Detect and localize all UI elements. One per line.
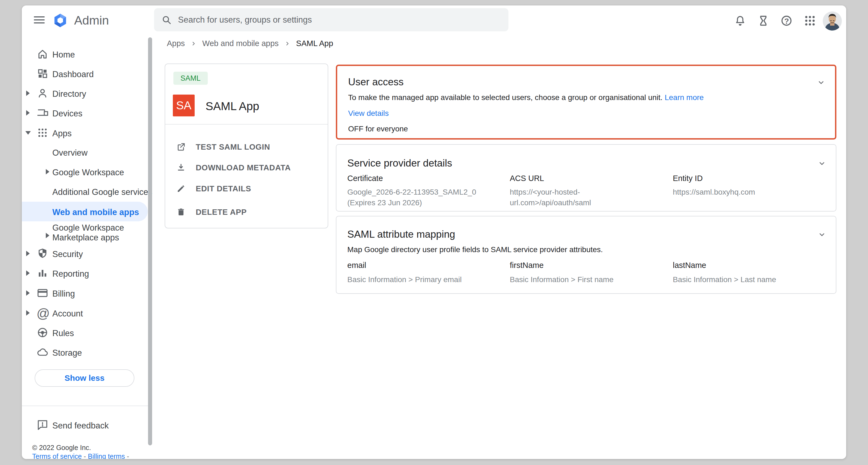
service-provider-details-card: Service provider details Certificate Goo… [336,144,836,212]
home-icon [36,48,49,60]
search-input[interactable] [178,15,478,25]
breadcrumb-item-current: SAML App [296,39,333,48]
google-apps-grid-icon[interactable] [804,14,817,28]
hamburger-menu-button[interactable] [34,17,45,24]
sidebar-item-label: Directory [52,89,86,99]
user-access-status: OFF for everyone [348,125,408,133]
chevron-down-icon[interactable] [817,159,827,168]
help-icon[interactable]: ? [780,14,793,28]
sidebar-item-home[interactable]: Home [22,44,147,64]
sidebar-item-directory[interactable]: Directory [22,84,147,103]
breadcrumb-separator-icon [284,40,290,47]
learn-more-link[interactable]: Learn more [664,93,704,102]
card-divider [165,124,328,125]
test-saml-login-button[interactable]: TEST SAML LOGIN [176,141,270,153]
billing-terms-link[interactable]: Billing terms [88,453,125,459]
sidebar-item-reporting[interactable]: Reporting [22,263,147,283]
show-less-button[interactable]: Show less [35,369,134,387]
app-summary-card: SAML SA SAML App TEST SAML LOGIN DOWNLOA… [165,63,328,228]
sidebar-item-billing[interactable]: Billing [22,283,147,303]
mapping-email: email Basic Information > Primary email [347,261,462,284]
action-label: TEST SAML LOGIN [196,143,270,152]
sidebar-scrollbar[interactable] [148,37,152,445]
app-title: SAML App [206,100,259,113]
bar-chart-icon [36,267,49,279]
sidebar-item-storage[interactable]: Storage [22,342,147,362]
terms-of-service-link[interactable]: Terms of service [32,453,82,459]
sidebar-item-overview[interactable]: Overview [22,142,147,162]
field-label: Entity ID [673,174,755,183]
devices-icon [36,107,49,119]
sidebar-item-additional-google-services[interactable]: Additional Google services [22,182,147,201]
field-value: https://saml.boxyhq.com [673,188,755,196]
footer-separator: - [125,453,129,459]
sidebar-item-devices[interactable]: Devices [22,103,147,123]
sidebar-item-label: Dashboard [52,69,94,79]
field-label: ACS URL [510,174,591,183]
expand-right-icon[interactable] [26,290,30,296]
expand-right-icon[interactable] [46,169,49,175]
global-search[interactable] [154,8,508,31]
attribute-name: email [347,261,462,270]
app-tile-initials: SA [173,95,195,116]
download-metadata-button[interactable]: DOWNLOAD METADATA [176,162,290,174]
sidebar-item-label: Home [52,50,75,60]
sidebar-item-label: Storage [52,348,82,358]
expand-right-icon[interactable] [26,110,30,116]
mapped-field: Basic Information > First name [510,275,613,284]
hamburger-bar [34,19,45,21]
sidebar-item-label: Apps [52,129,72,138]
collapse-down-icon[interactable] [25,131,31,135]
breadcrumb-separator-icon [190,40,197,47]
sidebar-item-rules[interactable]: Rules [22,323,147,342]
acs-url-field: ACS URL https://<your-hosted- url.com>/a… [510,174,591,207]
sidebar-item-dashboard[interactable]: Dashboard [22,64,147,84]
hamburger-bar [34,17,45,18]
notifications-bell-icon[interactable] [734,14,747,28]
credit-card-icon [36,287,49,299]
footer-copyright: © 2022 Google Inc. [32,444,91,452]
view-details-link[interactable]: View details [348,109,389,118]
sidebar-item-apps[interactable]: Apps [22,123,147,143]
sidebar-divider [22,406,149,406]
sidebar-item-label: Overview [52,148,88,158]
delete-app-button[interactable]: DELETE APP [176,206,247,218]
feedback-icon [36,419,49,431]
breadcrumb-item-web-and-mobile-apps[interactable]: Web and mobile apps [202,39,279,48]
footer-separator: - [82,453,88,459]
saml-attribute-mapping-card: SAML attribute mapping Map Google direct… [336,216,836,294]
sidebar-item-google-workspace[interactable]: Google Workspace [22,162,147,182]
dashboard-icon [36,68,49,80]
edit-details-button[interactable]: EDIT DETAILS [176,183,251,195]
expand-right-icon[interactable] [26,310,30,316]
chevron-down-icon[interactable] [817,230,827,239]
tasks-hourglass-icon[interactable] [757,14,770,28]
expand-right-icon[interactable] [26,91,30,96]
breadcrumb-item-apps[interactable]: Apps [167,39,185,48]
trash-icon [176,207,186,217]
mapping-lastname: lastName Basic Information > Last name [673,261,776,284]
mapped-field: Basic Information > Last name [673,275,776,284]
cloud-icon [36,346,49,358]
admin-logo[interactable]: Admin [52,12,156,29]
sidebar-item-label: Rules [52,329,74,338]
sidebar-item-web-and-mobile-apps-selected[interactable]: Web and mobile apps [22,202,148,221]
expand-right-icon[interactable] [46,233,49,238]
field-label: Certificate [347,174,476,183]
person-icon [36,87,49,99]
chevron-down-icon[interactable] [816,78,826,87]
footer-links: Terms of service - Billing terms - [32,453,129,459]
saml-type-badge: SAML [174,72,208,85]
sidebar-item-label-line2: Marketplace apps [52,233,119,243]
apps-grid-icon [36,127,49,139]
account-avatar[interactable] [823,11,842,31]
expand-right-icon[interactable] [26,251,30,256]
sidebar-item-account[interactable]: @ Account [22,303,147,323]
sidebar-item-security[interactable]: Security [22,244,147,263]
send-feedback-label: Send feedback [52,421,109,431]
field-value: (Expires 23 Jun 2026) [347,198,476,207]
send-feedback-button[interactable]: Send feedback [22,415,147,435]
action-label: DOWNLOAD METADATA [196,163,290,172]
expand-right-icon[interactable] [26,270,30,276]
entity-id-field: Entity ID https://saml.boxyhq.com [673,174,755,197]
